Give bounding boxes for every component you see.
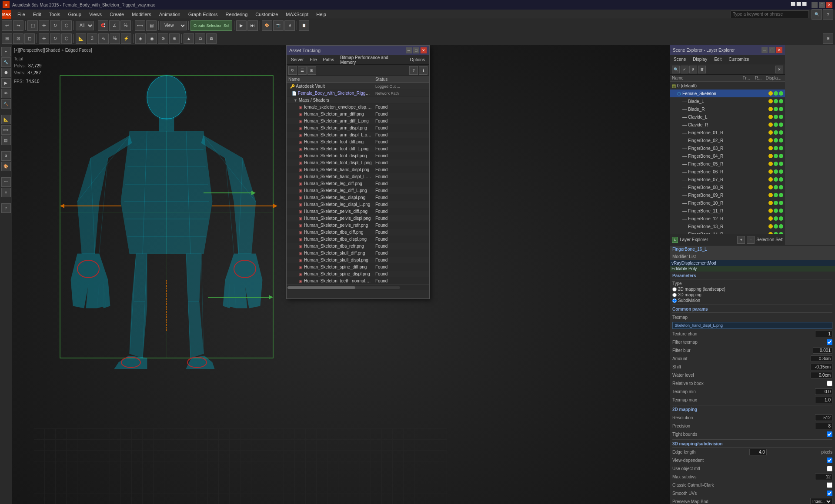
se-tree-item[interactable]: — Blade_L [670,97,785,105]
sidebar-snap-btn[interactable]: 📐 [1,115,11,124]
sidebar-mat-btn[interactable]: 🎨 [1,162,11,171]
tb2-btn-j[interactable]: ⧉ [195,33,205,44]
asset-menu-options[interactable]: Options [407,56,428,63]
se-tree-item[interactable]: ▤ 0 (default) [670,82,785,90]
se-menu-customize[interactable]: Customize [727,56,751,63]
render-setup-btn[interactable]: 📷 [273,20,284,31]
se-delete-btn[interactable]: 🗑 [698,66,706,73]
se-tree-item[interactable]: — FingerBone_05_R [670,160,785,168]
amount-input[interactable] [811,355,832,362]
menu-group[interactable]: Group [64,11,85,18]
smooth-uvs-checkbox[interactable] [827,491,832,496]
tb2-btn-g[interactable]: ⊗ [158,33,168,44]
scale-btn[interactable]: ⬡ [61,20,72,31]
shift-input[interactable] [811,364,832,370]
tb2-btn-h[interactable]: ⊕ [169,33,180,44]
view-dropdown[interactable]: View [160,21,187,30]
tb2-btn-i[interactable]: ▲ [184,33,194,44]
sidebar-align-btn[interactable]: ▤ [1,136,11,145]
redo-btn[interactable]: ↪ [13,20,23,31]
tb2-btn-a[interactable]: 3 [87,33,97,44]
sidebar-utilities-btn[interactable]: 🔨 [1,99,11,109]
minimize-button[interactable]: ─ [812,2,818,8]
classic-catmull-checkbox[interactable] [827,482,832,488]
undo-btn[interactable]: ↩ [2,20,12,31]
se-select-all-btn[interactable]: ✓ [681,66,688,73]
precision-input[interactable] [815,423,832,429]
sidebar-display-btn[interactable]: 👁 [1,89,11,98]
asset-list-btn[interactable]: ☰ [298,66,307,75]
help-btn[interactable]: ? [823,9,833,20]
filter-dropdown[interactable]: All [76,21,94,30]
tb2-btn-f[interactable]: ◉ [147,33,157,44]
se-tree-item[interactable]: — Clavide_L [670,113,785,121]
asset-table-wrapper[interactable]: Name Status 🔑 Autodesk Vault [287,76,429,285]
sidebar-mirror-btn[interactable]: ⟺ [1,125,11,135]
resolution-input[interactable] [815,414,832,421]
menu-tools[interactable]: Tools [46,11,64,18]
tb2-render-btn[interactable]: 🖥 [206,33,217,44]
play-btn[interactable]: ▶ [236,20,247,31]
snap-btn[interactable]: 🧲 [98,20,108,31]
se-tree-item[interactable]: ⬡ Female_Skeleton [670,90,785,97]
maximize-button[interactable]: □ [819,2,825,8]
preserve-map-bnd-select[interactable]: Interr... [810,498,832,504]
se-tree-item[interactable]: — FingerBone_07_R [670,176,785,183]
mirror-btn[interactable]: ⟺ [135,20,145,31]
se-tree-item[interactable]: — FingerBone_11_R [670,207,785,215]
tight-bounds-checkbox[interactable] [827,431,832,437]
tb2-btn-c[interactable]: % [110,33,120,44]
align-btn[interactable]: ▤ [146,20,157,31]
asset-menu-server[interactable]: Server [288,56,306,63]
rotate-btn[interactable]: ↻ [50,20,60,31]
view-dependent-checkbox[interactable] [827,458,832,463]
tb2-rotate-btn[interactable]: ↻ [50,33,60,44]
max-subdivs-input[interactable] [815,474,832,480]
texture-chan-input[interactable] [815,331,832,337]
menu-customize[interactable]: Customize [252,11,281,18]
se-tree-item[interactable]: — FingerBone_06_R [670,168,785,176]
menu-views[interactable]: Views [86,11,105,18]
se-tree-item[interactable]: — FingerBone_08_R [670,183,785,191]
search-btn[interactable]: 🔍 [812,9,822,20]
se-menu-display[interactable]: Display [691,56,709,63]
se-filter-btn[interactable]: 🔍 [672,66,680,73]
se-tree[interactable]: ▤ 0 (default) ⬡ Female_Skeleton — Blade_… [670,82,785,234]
scene-explorer-btn[interactable]: 📋 [299,20,309,31]
sidebar-render-btn[interactable]: 🖥 [1,151,11,161]
asset-scrollbar[interactable] [287,285,429,290]
se-tree-item[interactable]: — Blade_R [670,105,785,113]
asset-menu-bitmap[interactable]: Bitmap Performance and Memory [337,54,406,66]
material-editor-btn[interactable]: 🎨 [262,20,272,31]
asset-dialog-close[interactable]: ✕ [421,47,427,53]
se-tree-item[interactable]: — FingerBone_13_R [670,222,785,230]
tb2-btn-b[interactable]: ∿ [98,33,109,44]
tb2-btn2[interactable]: ⊡ [13,33,23,44]
create-selection-btn[interactable]: Create Selection Sel [190,20,232,31]
sidebar-help-btn[interactable]: ? [1,203,11,213]
texmap-max-input[interactable] [815,397,832,403]
texmap-value[interactable]: Skeleton_hand_displ_L.png [672,322,832,329]
asset-grid-btn[interactable]: ⊞ [307,66,316,75]
se-remove-layer-btn[interactable]: − [747,236,755,244]
se-tree-item[interactable]: — FingerBone_12_R [670,215,785,222]
se-tree-item[interactable]: — Clavide_R [670,121,785,129]
asset-menu-paths[interactable]: Paths [321,56,337,63]
angle-snap-btn[interactable]: ∠ [109,20,120,31]
filter-texmap-checkbox[interactable] [827,339,832,345]
se-deselect-btn[interactable]: ✗ [689,66,697,73]
type-subdiv-radio[interactable]: Subdivision [672,298,832,303]
select-btn[interactable]: ⬚ [27,20,38,31]
type-3d-radio[interactable]: 3D mapping [672,292,832,297]
se-tree-item[interactable]: — FingerBone_03_R [670,144,785,152]
se-close-btn[interactable]: ✕ [776,47,782,53]
asset-dialog-maximize[interactable]: □ [413,47,419,53]
sidebar-motion-btn[interactable]: ▶ [1,78,11,88]
asset-dialog-minimize[interactable]: ─ [406,47,412,53]
menu-maxscript[interactable]: MAXScript [282,11,312,18]
menu-graph-editors[interactable]: Graph Editors [185,11,221,18]
se-tree-item[interactable]: — FingerBone_14_R [670,230,785,234]
edge-length-input[interactable] [749,449,767,455]
menu-create[interactable]: Create [106,11,127,18]
se-minimize-btn[interactable]: ─ [762,47,768,53]
